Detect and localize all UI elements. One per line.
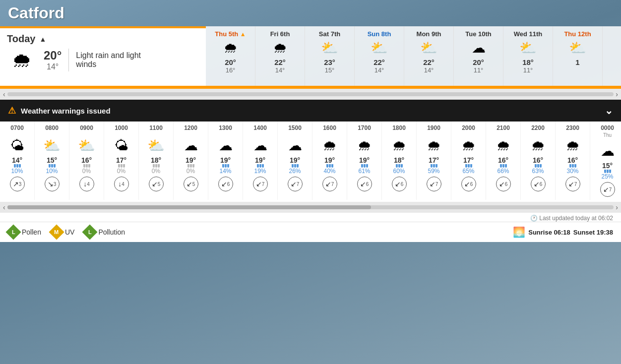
forecast-day-name: Wed 11th [514,30,543,38]
rain-drops [83,164,90,168]
hour-col-16: 2300 🌧 16° 30% ↙ 7 [556,121,590,200]
hour-high-temp: 15° [47,156,57,164]
uv-diamond: M [49,224,64,240]
hour-time: 1400 [253,124,267,131]
hour-high-temp: 16° [533,156,543,164]
hour-col-9: 1600 🌧 19° 40% ↙ 7 [312,121,347,200]
hour-weather-icon: 🌧 [566,135,580,155]
forecast-day-6[interactable]: Wed 11th ⛅ 18° 11° [503,26,553,86]
hour-high-temp: 19° [220,156,231,164]
hour-wind: ↙ 6 [496,177,511,191]
hour-weather-icon: ☁ [184,135,198,155]
hour-weather-icon: ⛅ [78,135,95,155]
hour-rain-pct: 10% [11,168,23,175]
hour-time: 0800 [45,124,59,131]
forecast-temps: 22° 14° [373,58,385,74]
forecast-day-name: Fri 6th [270,30,290,38]
hour-weather-icon: 🌤 [115,135,128,155]
forecast-temps: 23° 15° [324,58,335,74]
warning-bar[interactable]: ⚠ Weather warnings issued ⌄ [0,100,621,121]
rain-drops [465,164,472,168]
hour-wind: ↙ 6 [531,177,546,191]
hour-time: 2300 [566,124,579,131]
wind-arrow-icon: ↗ [13,180,19,188]
hour-wind: ↓ 4 [114,177,129,191]
scroll-left-arrow[interactable]: ‹ [1,90,7,98]
scroll-track-top[interactable] [7,92,614,96]
rain-drops [431,164,437,168]
wind-circle: ↓ 4 [79,177,94,191]
hour-time: 0000 [601,124,614,131]
wind-speed: 6 [505,182,508,187]
wind-circle: ↙ 5 [149,177,164,191]
rain-drops [49,164,56,168]
hour-col-17: 0000 Thu ☁ 15° 25% ↙ 7 [590,121,621,200]
forecast-day-3[interactable]: Sun 8th ⛅ 22° 14° [355,26,404,86]
scroll-right-arrow[interactable]: › [614,90,620,98]
forecast-day-icon: 🌧 [273,40,287,56]
scroll-nav-bottom: ‹ › [0,202,621,213]
wind-speed: 7 [574,182,577,187]
hour-wind: ↙ 5 [149,177,164,191]
warning-chevron-icon[interactable]: ⌄ [605,105,613,117]
wind-circle: ↘ 3 [45,177,60,191]
scroll-bottom-right[interactable]: › [614,203,620,211]
hour-rain-pct: 0% [186,168,195,175]
hour-rain-pct: 14% [219,168,231,175]
hour-rain-pct: 65% [462,168,474,175]
hour-wind: ↙ 7 [322,177,337,191]
forecast-day-5[interactable]: Tue 10th ☁ 20° 11° [454,26,503,86]
wind-speed: 7 [609,187,612,192]
sunrise-text: Sunrise 06:18 [528,229,570,236]
wind-speed: 6 [540,182,543,187]
rain-drops [569,164,576,168]
pollen-badge: L Pollen [8,227,41,238]
hour-weather-icon: 🌧 [392,135,406,155]
wind-arrow-icon: ↓ [118,180,122,188]
hour-wind: ↙ 6 [357,177,372,191]
scroll-bottom-left[interactable]: ‹ [1,203,7,211]
wind-circle: ↙ 7 [565,177,580,191]
forecast-day-2[interactable]: Sat 7th ⛅ 23° 15° [305,26,355,86]
forecast-day-1[interactable]: Fri 6th 🌧 22° 14° [255,26,305,86]
hour-rain-pct: 26% [289,168,301,175]
scroll-track-bottom[interactable] [7,205,614,209]
hour-col-11: 1800 🌧 18° 60% ↙ 6 [382,121,417,200]
hour-weather-icon: 🌧 [531,135,545,155]
forecast-temps: 22° 14° [274,58,286,74]
forecast-day-0[interactable]: Thu 5th ▲ 🌧 20° 16° [206,26,255,86]
pollution-diamond: L [82,224,98,240]
hour-wind: ↙ 6 [218,177,233,191]
hour-time: 1300 [219,124,232,131]
wind-speed: 7 [331,182,334,187]
wind-arrow-icon: ↙ [221,180,227,188]
city-title: Catford [0,0,621,26]
forecast-day-7[interactable]: Thu 12th ⛅ 1 [553,26,603,86]
rain-drops [500,164,507,168]
scroll-nav-top: ‹ › [0,89,621,100]
rain-drops [361,164,368,168]
hour-wind: ↙ 7 [253,177,268,191]
rain-drops [222,164,229,168]
forecast-day-4[interactable]: Mon 9th ⛅ 22° 14° [404,26,454,86]
wind-circle: ↓ 4 [114,177,129,191]
today-text: Today [7,33,35,45]
hour-col-13: 2000 🌧 17° 65% ↙ 6 [451,121,486,200]
today-temps: 20° 14° [44,49,69,71]
hour-col-7: 1400 ☁ 19° 19% ↙ 7 [243,121,278,200]
hour-weather-icon: 🌧 [323,135,337,155]
footer: L Pollen M UV L Pollution 🌅 Sunrise 06:1… [0,222,621,242]
pollution-badge: L Pollution [84,227,125,238]
hour-wind: ↙ 5 [184,177,198,191]
hour-col-15: 2200 🌧 16° 63% ↙ 6 [521,121,556,200]
hour-weather-icon: ☁ [253,135,267,155]
wind-speed: 7 [435,182,438,187]
wind-circle: ↙ 6 [496,177,511,191]
wind-speed: 7 [297,182,300,187]
wind-speed: 6 [227,182,230,187]
forecast-day-icon: ⛅ [420,40,437,56]
today-warning-icon: ▲ [39,35,46,43]
wind-circle: ↙ 7 [253,177,268,191]
wind-arrow-icon: ↙ [603,185,609,193]
footer-sun-info: 🌅 Sunrise 06:18 Sunset 19:38 [513,226,613,238]
